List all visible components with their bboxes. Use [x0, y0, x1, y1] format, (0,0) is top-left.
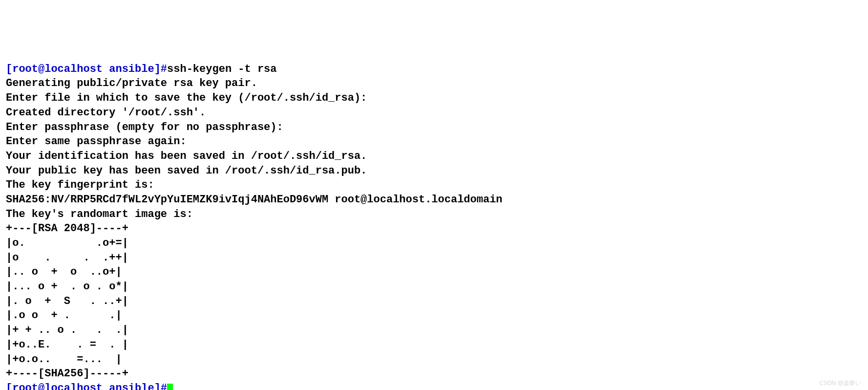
randomart-line: |... o + . o . o*| [6, 281, 128, 293]
output-line: Enter same passphrase again: [6, 135, 193, 148]
prompt-line-1: [root@localhost ansible]# [6, 63, 167, 75]
randomart-line: |+ + .. o . . .| [6, 324, 128, 336]
command-1: ssh-keygen -t rsa [167, 63, 276, 75]
output-line: Enter passphrase (empty for no passphras… [6, 121, 290, 133]
randomart-line: |.. o + o ..o+| [6, 266, 122, 278]
randomart-line: |+o.o.. =... | [6, 353, 122, 366]
randomart-line: +---[RSA 2048]----+ [6, 222, 128, 235]
randomart-line: |.o o + . .| [6, 309, 122, 322]
output-line: SHA256:NV/RRP5RCd7fWL2vYpYuIEMZK9ivIqj4N… [6, 194, 503, 206]
output-line: Generating public/private rsa key pair. [6, 77, 257, 89]
output-line: The key fingerprint is: [6, 179, 154, 191]
output-line: Your identification has been saved in /r… [6, 150, 367, 162]
cursor-icon[interactable] [167, 384, 173, 390]
randomart-line: |o . . .++| [6, 252, 128, 264]
output-line: Created directory '/root/.ssh'. [6, 107, 206, 119]
randomart-line: |+o..E. . = . | [6, 339, 128, 351]
prompt-line-2[interactable]: [root@localhost ansible]# [6, 382, 167, 390]
randomart-line: |o. .o+=| [6, 237, 128, 249]
randomart-line: +----[SHA256]-----+ [6, 368, 128, 380]
randomart-line: |. o + S . ..+| [6, 295, 128, 307]
output-line: Your public key has been saved in /root/… [6, 165, 367, 177]
output-line: Enter file in which to save the key (/ro… [6, 92, 374, 104]
output-line: The key's randomart image is: [6, 208, 193, 220]
watermark: CSDN @楽夢い [819, 379, 861, 387]
